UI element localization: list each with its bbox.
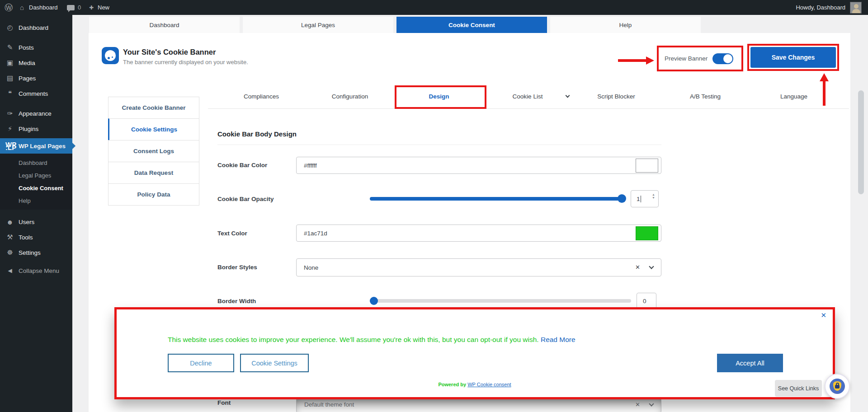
tab-legal-pages[interactable]: Legal Pages <box>243 17 393 33</box>
vertical-scrollbar[interactable] <box>858 90 864 194</box>
shield-icon <box>830 379 845 394</box>
sidebar-item-users[interactable]: ☻Users <box>0 214 72 229</box>
border-styles-label: Border Styles <box>217 264 257 271</box>
submenu-item-help[interactable]: Help <box>0 194 72 207</box>
powered-by: Powered by WP Cookie consent <box>117 382 833 387</box>
text-cursor <box>641 196 641 202</box>
text-color-swatch[interactable] <box>636 226 658 240</box>
preview-banner-label: Preview Banner <box>665 55 708 62</box>
preview-banner-toggle[interactable] <box>712 53 733 64</box>
annotation-box-preview-banner: Preview Banner <box>657 46 743 71</box>
annotation-arrow-save-changes <box>820 73 829 107</box>
content-right-gutter <box>850 15 868 412</box>
decline-button[interactable]: Decline <box>168 354 234 372</box>
text-color-label: Text Color <box>217 230 247 237</box>
comments-bubble-icon[interactable] <box>67 0 75 15</box>
tab-dashboard[interactable]: Dashboard <box>89 17 240 33</box>
avatar[interactable] <box>850 0 862 15</box>
admin-bar: Ⓦ ⌂ Dashboard 0 ✚ New Howdy, Dashboard <box>0 0 868 15</box>
brush-icon: ✑ <box>5 109 14 117</box>
comments-icon: ❝ <box>5 89 14 98</box>
collapse-icon: ◀ <box>5 267 14 274</box>
dashboard-icon: ◴ <box>5 23 14 32</box>
submenu-item-cookie-consent[interactable]: Cookie Consent <box>0 182 72 194</box>
border-width-slider[interactable] <box>370 299 631 303</box>
border-styles-select[interactable]: None <box>296 258 661 276</box>
banner-cookie-settings-button[interactable]: Cookie Settings <box>240 354 309 372</box>
howdy-greeting[interactable]: Howdy, Dashboard <box>796 0 845 15</box>
design-tabs-divider <box>208 108 849 109</box>
banner-close-icon[interactable]: ✕ <box>821 311 826 319</box>
submenu-item-dashboard[interactable]: Dashboard <box>0 156 72 169</box>
users-icon: ☻ <box>5 218 14 226</box>
sidebar-item-settings[interactable]: ☸Settings <box>0 245 72 260</box>
section-divider <box>217 145 661 145</box>
wp-legal-pages-logo-icon: WP:LP <box>5 143 14 149</box>
menu-item-cookie-settings[interactable]: Cookie Settings <box>108 118 199 140</box>
plugin-icon: ⚡ <box>5 125 14 133</box>
cookie-bar-color-label: Cookie Bar Color <box>217 162 267 169</box>
settings-icon: ☸ <box>5 248 14 257</box>
sidebar-item-posts[interactable]: ✎Posts <box>0 40 72 55</box>
menu-item-data-request[interactable]: Data Request <box>108 162 199 184</box>
design-tab-cookie-list[interactable]: Cookie List <box>513 93 543 100</box>
plus-icon[interactable]: ✚ <box>89 0 94 15</box>
see-quick-links-button[interactable]: See Quick Links <box>775 380 822 397</box>
cookie-bar-color-swatch[interactable] <box>636 159 658 173</box>
sidebar-item-dashboard[interactable]: ◴Dashboard <box>0 20 72 35</box>
design-tab-configuration[interactable]: Configuration <box>332 93 368 100</box>
design-tab-compliances[interactable]: Compliances <box>244 93 279 100</box>
cookie-bar-opacity-slider[interactable] <box>370 197 626 201</box>
admin-sidebar: ◴Dashboard ✎Posts ▣Media ▤Pages ❝Comment… <box>0 15 72 412</box>
cookie-bar-opacity-label: Cookie Bar Opacity <box>217 196 274 202</box>
banner-message: This website uses cookies to improve you… <box>168 336 576 344</box>
border-width-label: Border Width <box>217 298 256 304</box>
sidebar-item-media[interactable]: ▣Media <box>0 55 72 70</box>
annotation-box-design-tab <box>395 85 486 109</box>
design-tab-script-blocker[interactable]: Script Blocker <box>597 93 635 100</box>
read-more-link[interactable]: Read More <box>541 336 576 343</box>
design-tab-ab-testing[interactable]: A/B Testing <box>690 93 721 100</box>
wp-legal-pages-submenu: Dashboard Legal Pages Cookie Consent Hel… <box>0 154 72 210</box>
menu-item-consent-logs[interactable]: Consent Logs <box>108 140 199 162</box>
save-changes-button[interactable]: Save Changes <box>750 47 836 68</box>
sidebar-item-plugins[interactable]: ⚡Plugins <box>0 121 72 136</box>
design-tab-language[interactable]: Language <box>780 93 807 100</box>
text-color-input[interactable]: #1ac71d <box>296 225 661 242</box>
wp-cookie-consent-link[interactable]: WP Cookie consent <box>467 382 511 387</box>
cookie-consent-menu: Create Cookie Banner Cookie Settings Con… <box>108 97 199 206</box>
tab-cookie-consent[interactable]: Cookie Consent <box>396 17 547 33</box>
cookie-bar-opacity-value-input[interactable]: 1 ▲▼ <box>631 190 659 207</box>
cookie-banner-preview: ✕ This website uses cookies to improve y… <box>114 307 835 399</box>
page-subtitle: The banner currently displayed on your w… <box>123 59 248 66</box>
shield-badge-button[interactable] <box>825 374 850 399</box>
sidebar-item-comments[interactable]: ❝Comments <box>0 86 72 101</box>
sidebar-item-collapse-menu[interactable]: ◀Collapse Menu <box>0 263 72 278</box>
admin-bar-new-link[interactable]: New <box>98 0 109 15</box>
sidebar-item-pages[interactable]: ▤Pages <box>0 70 72 86</box>
wordpress-logo-icon[interactable]: Ⓦ <box>5 0 13 15</box>
sidebar-item-tools[interactable]: ⚒Tools <box>0 229 72 245</box>
accept-all-button[interactable]: Accept All <box>717 354 783 372</box>
tab-help[interactable]: Help <box>550 17 701 33</box>
cookie-bar-opacity-slider-thumb[interactable] <box>618 194 626 203</box>
sidebar-item-appearance[interactable]: ✑Appearance <box>0 106 72 121</box>
border-width-slider-thumb[interactable] <box>370 297 378 305</box>
admin-bar-site-link[interactable]: Dashboard <box>29 0 58 15</box>
annotation-arrow-preview-banner <box>618 56 656 65</box>
menu-item-policy-data[interactable]: Policy Data <box>108 183 199 206</box>
border-styles-clear-icon[interactable]: ✕ <box>635 264 640 271</box>
sidebar-item-wp-legal-pages[interactable]: WP:LP WP Legal Pages <box>0 138 72 154</box>
menu-item-create-cookie-banner[interactable]: Create Cookie Banner <box>108 97 199 119</box>
home-icon[interactable]: ⌂ <box>20 0 24 15</box>
tools-icon: ⚒ <box>5 233 14 241</box>
section-title: Cookie Bar Body Design <box>217 130 297 138</box>
comments-count[interactable]: 0 <box>78 0 81 15</box>
media-icon: ▣ <box>5 59 14 67</box>
pages-icon: ▤ <box>5 74 14 82</box>
wp-admin-page: Ⓦ ⌂ Dashboard 0 ✚ New Howdy, Dashboard ◴… <box>0 0 868 412</box>
number-spinner-icons[interactable]: ▲▼ <box>652 193 655 199</box>
submenu-item-legal-pages[interactable]: Legal Pages <box>0 169 72 182</box>
cookie-bar-color-input[interactable]: #ffffff <box>296 157 661 174</box>
font-clear-icon[interactable]: ✕ <box>635 401 640 408</box>
